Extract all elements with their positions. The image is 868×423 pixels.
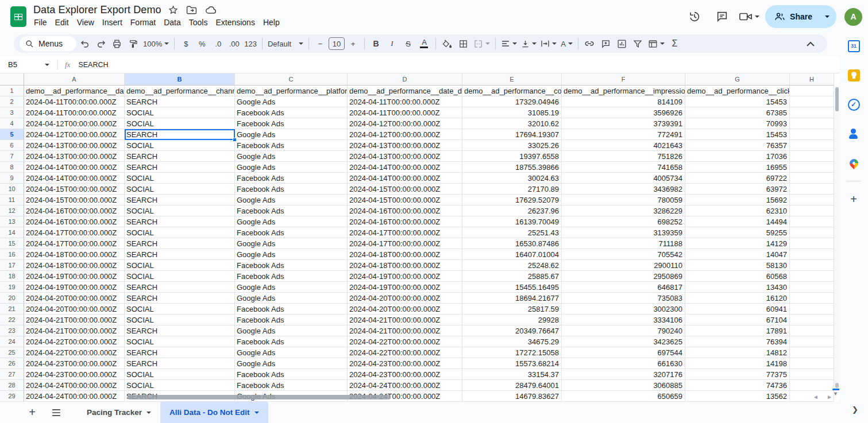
cell[interactable] (790, 205, 834, 216)
cell[interactable]: 3002300 (562, 304, 685, 315)
cell[interactable]: SEARCH (125, 293, 235, 304)
row-header-18[interactable]: 18 (0, 271, 24, 282)
row-header-15[interactable]: 15 (0, 238, 24, 249)
cell[interactable]: SOCIAL (125, 369, 235, 380)
cell[interactable]: 2024-04-21T00:00:00.000Z (348, 325, 462, 336)
cell[interactable]: 2024-04-20T00:00:00.000Z (348, 304, 462, 315)
cell[interactable]: 2024-04-19T00:00:00.000Z (24, 271, 125, 282)
cell[interactable]: 16139.70049 (462, 216, 562, 227)
comments-icon[interactable] (711, 6, 733, 28)
cell[interactable]: 2024-04-24T00:00:00.000Z (24, 380, 125, 391)
cell[interactable]: demo__ad_performance__platform (235, 86, 348, 96)
cell[interactable] (790, 260, 834, 271)
redo-button[interactable] (93, 36, 109, 51)
cell[interactable]: 772491 (562, 129, 685, 140)
cell[interactable]: Facebook Ads (235, 140, 348, 151)
cell[interactable]: 14129 (685, 238, 790, 249)
borders-button[interactable] (456, 36, 471, 51)
calendar-icon[interactable]: 31 (847, 39, 861, 53)
cell[interactable] (790, 129, 834, 140)
cell[interactable]: 751826 (562, 151, 685, 162)
menu-help[interactable]: Help (259, 17, 284, 28)
menu-data[interactable]: Data (160, 17, 185, 28)
cell[interactable]: 2024-04-17T00:00:00.000Z (348, 238, 462, 249)
row-header-7[interactable]: 7 (0, 151, 24, 162)
all-sheets-button[interactable] (48, 404, 65, 421)
cell[interactable]: 25817.59 (462, 304, 562, 315)
hide-menus-button[interactable] (803, 36, 818, 51)
cell[interactable]: 2024-04-13T00:00:00.000Z (348, 140, 462, 151)
cell[interactable]: 2024-04-18T00:00:00.000Z (24, 249, 125, 260)
cell[interactable]: 60941 (685, 304, 790, 315)
format-currency-button[interactable]: $ (178, 36, 194, 51)
row-header-28[interactable]: 28 (0, 380, 24, 391)
cell[interactable]: 2024-04-22T00:00:00.000Z (24, 347, 125, 358)
cell[interactable]: 32010.62 (462, 118, 562, 129)
cell[interactable]: 18694.21677 (462, 293, 562, 304)
cell[interactable]: 2024-04-12T00:00:00.000Z (24, 129, 125, 140)
cell[interactable]: SOCIAL (125, 107, 235, 118)
filter-views-button[interactable] (646, 36, 666, 51)
cell[interactable]: 17694.19307 (462, 129, 562, 140)
format-percent-button[interactable]: % (194, 36, 210, 51)
column-header-G[interactable]: G (685, 73, 790, 86)
row-header-10[interactable]: 10 (0, 184, 24, 195)
cell[interactable]: 2024-04-19T00:00:00.000Z (24, 282, 125, 293)
font-size-input[interactable]: 10 (329, 37, 345, 50)
insert-chart-button[interactable] (614, 36, 630, 51)
strikethrough-button[interactable]: S (400, 36, 416, 51)
cell[interactable]: 67385 (685, 107, 790, 118)
cell[interactable] (790, 282, 834, 293)
cell[interactable] (790, 238, 834, 249)
cell[interactable] (790, 293, 834, 304)
cell[interactable]: 2024-04-14T00:00:00.000Z (24, 173, 125, 184)
row-header-16[interactable]: 16 (0, 249, 24, 260)
cell[interactable]: 2024-04-14T00:00:00.000Z (24, 162, 125, 173)
cell[interactable]: SEARCH (125, 249, 235, 260)
cell[interactable]: 15453 (685, 129, 790, 140)
cell[interactable]: 33154.37 (462, 369, 562, 380)
version-history-icon[interactable] (684, 6, 705, 28)
cell[interactable]: Facebook Ads (235, 173, 348, 184)
cell[interactable]: 16120 (685, 293, 790, 304)
cell[interactable]: 2024-04-11T00:00:00.000Z (24, 96, 125, 107)
cell[interactable]: 2024-04-17T00:00:00.000Z (24, 238, 125, 249)
cell[interactable]: 14198 (685, 358, 790, 369)
cell[interactable]: Google Ads (235, 282, 348, 293)
horizontal-align-button[interactable] (499, 36, 519, 51)
share-button[interactable]: Share (765, 5, 836, 28)
tab-caret-icon[interactable] (254, 412, 259, 414)
cell[interactable]: 59255 (685, 227, 790, 238)
expand-side-panel-icon[interactable]: ❯ (852, 405, 858, 414)
row-header-24[interactable]: 24 (0, 336, 24, 347)
cell[interactable]: 17891 (685, 325, 790, 336)
cell[interactable]: 2024-04-18T00:00:00.000Z (348, 249, 462, 260)
cell[interactable]: Facebook Ads (235, 380, 348, 391)
vertical-align-button[interactable] (519, 36, 538, 51)
get-addons-icon[interactable]: + (847, 192, 861, 206)
cell[interactable]: 2024-04-13T00:00:00.000Z (24, 140, 125, 151)
cell[interactable]: 2024-04-15T00:00:00.000Z (348, 184, 462, 195)
cell[interactable]: 20349.76647 (462, 325, 562, 336)
italic-button[interactable]: I (384, 36, 400, 51)
cell[interactable]: 76357 (685, 140, 790, 151)
cell[interactable]: SEARCH (125, 238, 235, 249)
cell[interactable] (790, 227, 834, 238)
cell[interactable]: 780059 (562, 195, 685, 205)
bold-button[interactable]: B (368, 36, 384, 51)
cell[interactable] (790, 96, 834, 107)
cell[interactable] (790, 325, 834, 336)
cell[interactable]: SOCIAL (125, 260, 235, 271)
cell[interactable]: demo__ad_performance__channel (125, 86, 235, 96)
cell[interactable]: Google Ads (235, 129, 348, 140)
cell[interactable]: 76394 (685, 336, 790, 347)
cell[interactable]: SEARCH (125, 358, 235, 369)
cell[interactable] (790, 184, 834, 195)
cell[interactable] (790, 336, 834, 347)
cell[interactable]: 814109 (562, 96, 685, 107)
menu-format[interactable]: Format (126, 17, 160, 28)
cell[interactable]: 31085.19 (462, 107, 562, 118)
cell[interactable]: 2024-04-17T00:00:00.000Z (348, 227, 462, 238)
cell[interactable]: demo__ad_performance__clicks (685, 86, 790, 96)
cell[interactable]: Google Ads (235, 216, 348, 227)
